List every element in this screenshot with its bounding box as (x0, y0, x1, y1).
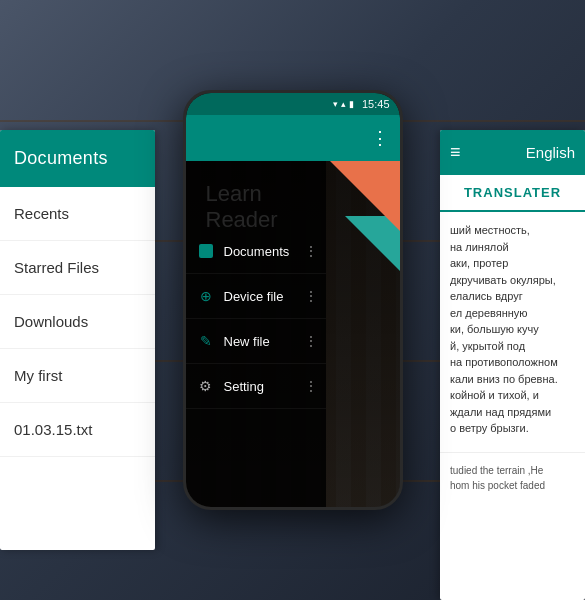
signal-icon: ▴ (341, 99, 346, 109)
device-icon: ⊕ (198, 288, 214, 304)
drawer-item-newfile[interactable]: ✎ New file ⋮ (186, 319, 326, 364)
app-header: ⋮ (186, 115, 400, 161)
setting-icon: ⚙ (198, 378, 214, 394)
battery-icon: ▮ (349, 99, 354, 109)
newfile-icon: ✎ (198, 333, 214, 349)
drawer-item-dots-0[interactable]: ⋮ (304, 243, 318, 259)
sidebar-item-downloads[interactable]: Downlouds (0, 295, 155, 349)
left-panel-title: Documents (14, 148, 108, 168)
drawer-item-setting[interactable]: ⚙ Setting ⋮ (186, 364, 326, 409)
left-panel: Documents Recents Starred Files Downloud… (0, 130, 155, 550)
left-panel-header: Documents (0, 130, 155, 187)
drawer-item-devicefile[interactable]: ⊕ Device file ⋮ (186, 274, 326, 319)
drawer-documents-label: Documents (224, 244, 290, 259)
wifi-icon: ▾ (333, 99, 338, 109)
splash-area: Learn Reader Documents ⋮ ⊕ Dev (186, 161, 400, 507)
hamburger-icon[interactable]: ≡ (450, 142, 461, 163)
triangle-orange-decoration (330, 161, 400, 231)
status-time: 15:45 (362, 98, 390, 110)
drawer-devicefile-label: Device file (224, 289, 284, 304)
right-panel-russian-text: ший местность, на линялой аки, протер дк… (440, 212, 585, 447)
translator-tab[interactable]: TRANSLATER (440, 175, 585, 212)
sidebar-item-starred[interactable]: Starred Files (0, 241, 155, 295)
docs-icon-shape (199, 244, 213, 258)
phone-screen: ▾ ▴ ▮ 15:45 ⋮ Learn Reader (186, 93, 400, 507)
documents-icon (198, 243, 214, 259)
drawer-newfile-label: New file (224, 334, 270, 349)
drawer-item-dots-3[interactable]: ⋮ (304, 378, 318, 394)
status-bar: ▾ ▴ ▮ 15:45 (186, 93, 400, 115)
right-panel-header: ≡ English (440, 130, 585, 175)
right-panel-title: English (526, 144, 575, 161)
right-panel-english-text: tudied the terrain ,He hom his pocket fa… (440, 452, 585, 503)
drawer-item-dots-1[interactable]: ⋮ (304, 288, 318, 304)
sidebar-item-myfirst[interactable]: My first (0, 349, 155, 403)
drawer-item-dots-2[interactable]: ⋮ (304, 333, 318, 349)
app-menu-dots[interactable]: ⋮ (371, 127, 390, 149)
right-panel: ≡ English TRANSLATER ший местность, на л… (440, 130, 585, 600)
drawer-setting-label: Setting (224, 379, 264, 394)
drawer-menu: Documents ⋮ ⊕ Device file ⋮ ✎ New file ⋮ (186, 161, 326, 507)
status-icons: ▾ ▴ ▮ (333, 99, 354, 109)
drawer-item-documents[interactable]: Documents ⋮ (186, 229, 326, 274)
sidebar-item-recents[interactable]: Recents (0, 187, 155, 241)
phone-device: ▾ ▴ ▮ 15:45 ⋮ Learn Reader (183, 90, 403, 510)
sidebar-item-file[interactable]: 01.03.15.txt (0, 403, 155, 457)
